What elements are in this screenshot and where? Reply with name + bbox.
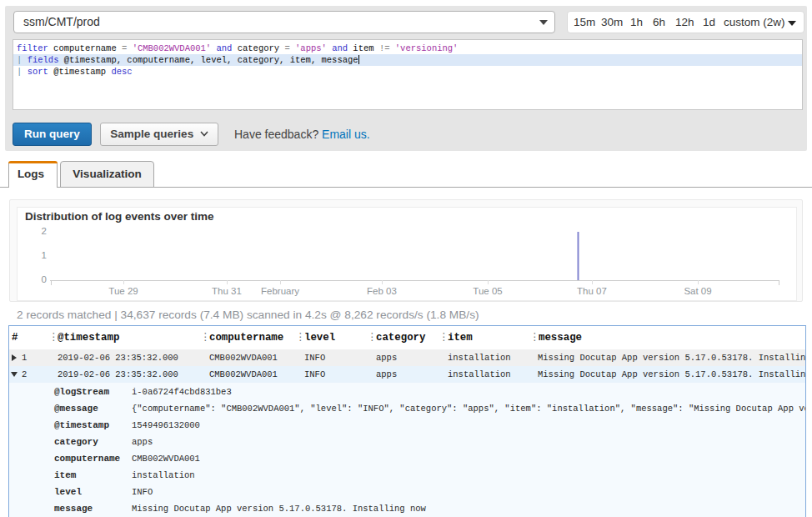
svg-text:Thu 31: Thu 31 — [212, 286, 242, 296]
svg-text:0: 0 — [42, 274, 47, 284]
svg-text:Thu 07: Thu 07 — [577, 286, 607, 296]
svg-text:Sat 09: Sat 09 — [684, 286, 711, 296]
svg-text:February: February — [261, 286, 299, 296]
svg-text:Tue 29: Tue 29 — [108, 286, 138, 296]
svg-text:2: 2 — [42, 226, 47, 236]
svg-text:1: 1 — [42, 250, 47, 260]
svg-text:Tue 05: Tue 05 — [473, 286, 502, 296]
svg-text:Feb 03: Feb 03 — [367, 286, 397, 296]
